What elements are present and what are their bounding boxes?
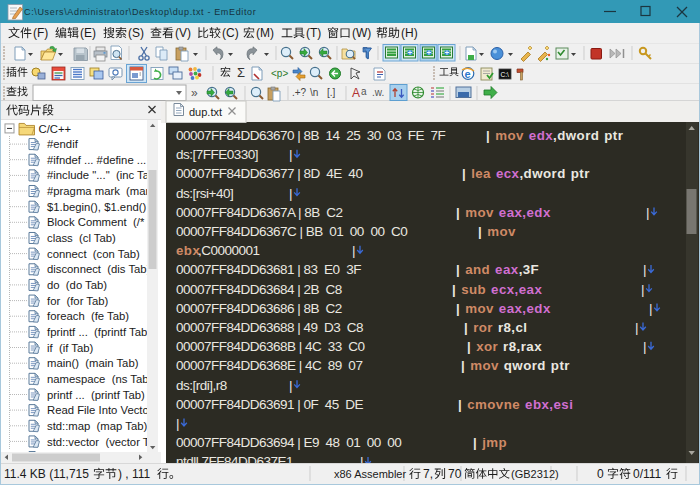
svg-text:#ifndef ... #define ... #e: #ifndef ... #define ... #e: [47, 154, 162, 166]
svg-text:00007FF84DD63681 | 83 E0 3F: 00007FF84DD63681 | 83 E0 3F: [176, 262, 361, 277]
svg-text:std::map (map Tab): std::map (map Tab): [47, 420, 147, 432]
svg-text:connect (con Tab): connect (con Tab): [47, 248, 140, 260]
svg-text:| sub ecx,eax: | sub ecx,eax: [452, 282, 542, 297]
svg-text:Σ: Σ: [237, 65, 245, 80]
svg-text:A: A: [352, 86, 360, 100]
svg-text:.w.: .w.: [372, 87, 384, 98]
svg-text:|: |: [289, 186, 292, 201]
svg-text:(H): (H): [401, 26, 418, 40]
svg-text:| lea ecx,dword ptr: | lea ecx,dword ptr: [462, 166, 590, 181]
svg-text:for (for Tab): for (for Tab): [47, 295, 109, 307]
svg-text:|: |: [352, 243, 355, 258]
svg-text:(E): (E): [80, 26, 96, 40]
svg-text:|: |: [641, 282, 644, 297]
svg-text:00007FF84DD63670 | 8B 14 25: 00007FF84DD63670 | 8B 14 25 30 03 FE 7F: [176, 128, 445, 143]
svg-text:ds:[7FFE0330]: ds:[7FFE0330]: [176, 147, 258, 162]
svg-text:foreach (fe Tab): foreach (fe Tab): [47, 310, 129, 322]
svg-text:00007FF84DD6367C | BB 01 00: 00007FF84DD6367C | BB 01 00 00 C0: [176, 224, 407, 239]
svg-text:,C0000001: ,C0000001: [198, 243, 260, 258]
svg-text:00007FF84DD6367A | 8B C2: 00007FF84DD6367A | 8B C2: [176, 205, 343, 220]
svg-text:|: |: [635, 320, 638, 335]
svg-text:ebx: ebx: [176, 243, 200, 258]
svg-text:fprintf ... (fprintf Tab): fprintf ... (fprintf Tab): [47, 326, 151, 338]
svg-text:printf ... (printf Tab): printf ... (printf Tab): [47, 389, 145, 401]
svg-text:(S): (S): [128, 26, 144, 40]
svg-text:00007FF84DD63688 | 49 D3 C8: 00007FF84DD63688 | 49 D3 C8: [176, 320, 363, 335]
svg-text:C/C++: C/C++: [39, 123, 72, 135]
svg-text:| mov eax,edx: | mov eax,edx: [456, 205, 551, 220]
svg-text:) , 111: ) , 111: [118, 467, 151, 481]
svg-text:| jmp: | jmp: [473, 435, 507, 450]
svg-text:| mov: | mov: [478, 224, 516, 239]
svg-text:11.4 KB (11,715: 11.4 KB (11,715: [4, 467, 89, 481]
svg-text:<p>: <p>: [271, 68, 288, 79]
svg-text:00007FF84DD63686 | 8B C2: 00007FF84DD63686 | 8B C2: [176, 301, 342, 316]
svg-text:.+?: .+?: [292, 87, 307, 98]
svg-text:|: |: [289, 147, 292, 162]
svg-text:7,: 7,: [423, 467, 433, 481]
svg-text:|: |: [643, 262, 646, 277]
svg-text:Block Comment (/* Ta: Block Comment (/* Ta: [47, 216, 160, 228]
svg-text:if (if Tab): if (if Tab): [47, 342, 93, 354]
svg-text:| mov edx,dword ptr: | mov edx,dword ptr: [486, 128, 623, 143]
svg-text:namespace (ns Tab): namespace (ns Tab): [47, 373, 153, 385]
svg-text:$1.begin(), $1.end() (l: $1.begin(), $1.end() (l: [47, 201, 159, 213]
svg-text:disconnect (dis Tab): disconnect (dis Tab): [47, 263, 151, 275]
svg-text:C:\Users\Administrator\Desktop: C:\Users\Administrator\Desktop\dup.txt -…: [24, 7, 256, 17]
svg-text:dup.txt: dup.txt: [189, 106, 222, 118]
svg-text:(V): (V): [175, 26, 191, 40]
svg-text:| mov eax,edx: | mov eax,edx: [456, 301, 551, 316]
svg-text:do (do Tab): do (do Tab): [47, 279, 107, 291]
svg-text:#include "..." (inc Tab: #include "..." (inc Tab: [47, 169, 155, 181]
svg-text:0/111: 0/111: [633, 467, 662, 481]
svg-text:|: |: [176, 416, 179, 431]
svg-text:[.]: [.]: [327, 87, 336, 98]
svg-text:00007FF84DD6368B | 4C 33 C0: 00007FF84DD6368B | 4C 33 C0: [176, 339, 365, 354]
svg-text:x86 Assembler: x86 Assembler: [334, 468, 406, 480]
svg-text:#pragma mark (mark: #pragma mark (mark: [47, 185, 155, 197]
svg-text:|: |: [643, 339, 646, 354]
svg-text:ds:[rsi+40]: ds:[rsi+40]: [176, 186, 233, 201]
svg-text:(T): (T): [306, 26, 321, 40]
svg-text:|: |: [646, 205, 649, 220]
svg-text:a: a: [361, 86, 367, 97]
svg-text:| ror r8,cl: | ror r8,cl: [464, 320, 528, 335]
svg-text:00007FF84DD63694 | E9 48 01: 00007FF84DD63694 | E9 48 01 00 00: [176, 435, 401, 450]
svg-text:00007FF84DD63684 | 2B C8: 00007FF84DD63684 | 2B C8: [176, 282, 342, 297]
svg-text:#endif: #endif: [47, 138, 79, 150]
svg-text:(C): (C): [222, 26, 239, 40]
svg-text:class (cl Tab): class (cl Tab): [47, 232, 116, 244]
svg-text:00007FF84DD63691 | 0F 45 DE: 00007FF84DD63691 | 0F 45 DE: [176, 397, 364, 412]
svg-text:|: |: [289, 378, 292, 393]
svg-text:| xor r8,rax: | xor r8,rax: [467, 339, 542, 354]
svg-text:70: 70: [448, 467, 462, 481]
svg-text:|: |: [649, 301, 652, 316]
svg-text:C:\: C:\: [501, 71, 510, 78]
svg-text:00007FF84DD6368E | 4C 89 07: 00007FF84DD6368E | 4C 89 07: [176, 358, 362, 373]
svg-text:\n: \n: [310, 87, 318, 98]
svg-text:00007FF84DD63677 | 8D 4E 40: 00007FF84DD63677 | 8D 4E 40: [176, 166, 362, 181]
svg-text:| cmovne ebx,esi: | cmovne ebx,esi: [458, 397, 573, 412]
svg-text:0: 0: [597, 467, 604, 481]
svg-text:| and eax,3F: | and eax,3F: [456, 262, 539, 277]
svg-text:Read File Into Vector: Read File Into Vector: [47, 404, 153, 416]
svg-text:| mov qword ptr: | mov qword ptr: [461, 358, 570, 373]
svg-text:main() (main Tab): main() (main Tab): [47, 357, 139, 369]
svg-text:std::vector (vector Ta: std::vector (vector Ta: [47, 436, 155, 448]
svg-text:(GB2312): (GB2312): [511, 468, 559, 480]
svg-text:(F): (F): [33, 26, 48, 40]
svg-text:»: »: [191, 86, 198, 100]
svg-text:(W): (W): [352, 26, 371, 40]
svg-text:(M): (M): [256, 26, 274, 40]
svg-text:ds:[rdi],r8: ds:[rdi],r8: [176, 378, 227, 393]
